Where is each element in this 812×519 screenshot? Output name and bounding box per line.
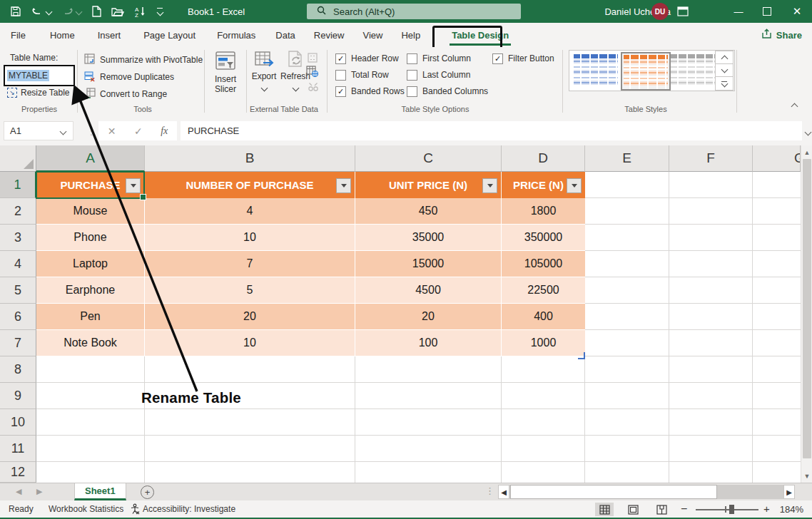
cell-B5[interactable]: 5 xyxy=(145,277,355,304)
scroll-right-icon[interactable]: ▶ xyxy=(783,485,795,499)
enter-icon[interactable]: ✓ xyxy=(134,125,143,137)
row-header-11[interactable]: 11 xyxy=(0,436,36,462)
tab-home[interactable]: Home xyxy=(41,23,84,47)
cell-D4[interactable]: 105000 xyxy=(502,251,585,277)
insert-slicer-button[interactable]: Insert Slicer xyxy=(209,51,242,94)
zoom-level[interactable]: 184% xyxy=(780,500,803,518)
cell-D7[interactable]: 1000 xyxy=(502,330,585,356)
splitter-handle[interactable]: ⋮ xyxy=(485,485,494,496)
row-header-9[interactable]: 9 xyxy=(0,383,36,409)
new-file-icon[interactable] xyxy=(91,6,101,17)
export-button[interactable]: Export xyxy=(250,51,278,93)
search-box[interactable]: Search (Alt+Q) xyxy=(307,4,521,19)
gallery-scroll-up[interactable] xyxy=(715,51,734,65)
checkbox-banded-rows[interactable]: ✓Banded Rows xyxy=(335,86,405,97)
resize-table-button[interactable]: ↘ Resize Table xyxy=(7,88,69,98)
cell-D2[interactable]: 1800 xyxy=(502,198,585,225)
cell-A4[interactable]: Laptop xyxy=(36,251,145,277)
checkbox-last-column[interactable]: Last Column xyxy=(407,69,470,81)
save-icon[interactable] xyxy=(10,6,21,17)
row-header-4[interactable]: 4 xyxy=(0,251,36,277)
tab-data[interactable]: Data xyxy=(266,23,304,47)
row-header-8[interactable]: 8 xyxy=(0,356,36,383)
row-header-5[interactable]: 5 xyxy=(0,277,36,304)
sheet-tab-sheet1[interactable]: Sheet1 xyxy=(74,483,126,500)
gallery-scroll-down[interactable] xyxy=(715,63,734,78)
undo-button[interactable] xyxy=(31,6,51,17)
cell-C7[interactable]: 100 xyxy=(355,330,502,356)
maximize-button[interactable] xyxy=(755,0,779,23)
zoom-in-button[interactable]: + xyxy=(763,503,770,515)
row-header-6[interactable]: 6 xyxy=(0,304,36,330)
row-header-1[interactable]: 1 xyxy=(0,172,36,198)
cell-B6[interactable]: 20 xyxy=(145,304,355,330)
checkbox-first-column[interactable]: First Column xyxy=(407,53,471,64)
prev-sheet-icon[interactable]: ◀ xyxy=(16,487,21,496)
cell-D5[interactable]: 22500 xyxy=(502,277,585,304)
filter-button-icon[interactable] xyxy=(482,178,497,193)
scroll-left-icon[interactable]: ◀ xyxy=(498,485,509,499)
zoom-slider[interactable] xyxy=(696,509,758,510)
sort-az-icon[interactable]: AZ xyxy=(134,6,147,18)
share-button[interactable]: Share xyxy=(761,24,802,46)
tab-review[interactable]: Review xyxy=(305,23,354,47)
zoom-out-button[interactable]: − xyxy=(681,503,687,515)
checkbox-banded-columns[interactable]: Banded Columns xyxy=(407,86,488,97)
formula-input[interactable]: PURCHASE xyxy=(181,121,802,140)
cell-A2[interactable]: Mouse xyxy=(36,198,145,225)
row-header-3[interactable]: 3 xyxy=(0,225,36,251)
insert-function-icon[interactable]: fx xyxy=(161,125,168,137)
cell-B3[interactable]: 10 xyxy=(145,225,355,251)
table-style-orange-selected[interactable] xyxy=(621,52,671,91)
open-in-browser-icon[interactable] xyxy=(306,66,318,79)
fill-handle[interactable] xyxy=(140,194,146,200)
close-button[interactable]: ✕ xyxy=(785,0,809,23)
cancel-icon[interactable]: ✕ xyxy=(108,125,116,137)
cell-B7[interactable]: 10 xyxy=(145,330,355,356)
tab-insert[interactable]: Insert xyxy=(88,23,131,47)
row-header-12[interactable]: 12 xyxy=(0,462,36,483)
column-header-B[interactable]: B xyxy=(145,145,355,172)
cell-D6[interactable]: 400 xyxy=(502,304,585,330)
cell-C3[interactable]: 35000 xyxy=(355,225,502,251)
select-all-corner[interactable] xyxy=(0,145,36,172)
filter-button-icon[interactable] xyxy=(567,178,582,193)
cell-C4[interactable]: 15000 xyxy=(355,251,502,277)
scroll-down-icon[interactable]: ▼ xyxy=(801,470,812,482)
cell-B4[interactable]: 7 xyxy=(145,251,355,277)
vertical-scroll-thumb[interactable] xyxy=(803,159,811,458)
expand-formula-bar-icon[interactable] xyxy=(806,125,811,138)
convert-to-range-button[interactable]: Convert to Range xyxy=(84,86,167,102)
workbook-statistics-button[interactable]: Workbook Statistics xyxy=(49,504,123,514)
tab-file[interactable]: File xyxy=(1,23,35,47)
scroll-up-icon[interactable]: ▲ xyxy=(801,146,812,158)
avatar[interactable]: DU xyxy=(651,3,669,20)
new-sheet-button[interactable]: + xyxy=(141,485,154,499)
collapse-ribbon-icon[interactable] xyxy=(792,101,797,111)
cell-A5[interactable]: Earphone xyxy=(36,277,145,304)
gallery-more-button[interactable] xyxy=(715,76,734,91)
table-header-price[interactable]: PRICE (N) xyxy=(502,172,585,198)
cell-B2[interactable]: 4 xyxy=(145,198,355,225)
page-break-view-button[interactable] xyxy=(652,503,671,516)
table-resize-handle[interactable] xyxy=(578,352,585,359)
ribbon-display-options-icon[interactable] xyxy=(671,0,695,23)
page-layout-view-button[interactable] xyxy=(624,503,642,516)
table-header-unit-price[interactable]: UNIT PRICE (N) xyxy=(355,172,502,198)
table-style-blue[interactable] xyxy=(573,53,619,88)
accessibility-status[interactable]: Accessibility: Investigate xyxy=(143,504,235,514)
row-header-10[interactable]: 10 xyxy=(0,409,36,436)
summarize-pivottable-button[interactable]: Summarize with PivotTable xyxy=(84,52,203,68)
column-header-F[interactable]: F xyxy=(669,145,753,172)
remove-duplicates-button[interactable]: ✕ Remove Duplicates xyxy=(84,69,174,85)
cell-C6[interactable]: 20 xyxy=(355,304,502,330)
name-box[interactable]: A1 xyxy=(4,121,73,140)
cell-C5[interactable]: 4500 xyxy=(355,277,502,304)
horizontal-scrollbar[interactable]: ◀ ▶ xyxy=(498,485,795,499)
minimize-button[interactable]: — xyxy=(726,0,751,23)
row-header-2[interactable]: 2 xyxy=(0,198,36,225)
column-header-A[interactable]: A xyxy=(36,145,145,172)
zoom-slider-thumb[interactable] xyxy=(729,505,734,514)
open-file-icon[interactable] xyxy=(111,6,124,17)
cell-A3[interactable]: Phone xyxy=(36,225,145,251)
